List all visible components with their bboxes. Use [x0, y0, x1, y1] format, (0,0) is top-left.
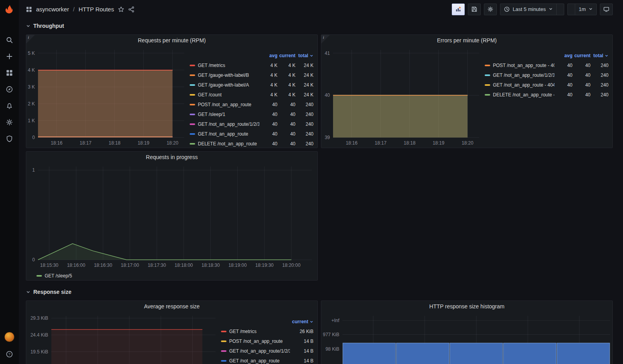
legend-series-label[interactable]: GET /metrics	[198, 63, 259, 68]
legend-row: GET /metrics4 K4 K24 K	[190, 60, 313, 70]
create-plus-icon[interactable]	[5, 52, 14, 61]
legend-series-label[interactable]: DELETE /not_an_app_route - 404	[493, 92, 554, 98]
legend-value-current: 40	[572, 72, 590, 78]
legend-sort-total[interactable]: total	[590, 53, 609, 58]
refresh-interval-label: 1m	[579, 6, 586, 12]
legend-row: POST /not_an_app_route14 B	[221, 336, 313, 346]
legend-value-current: 40	[277, 141, 295, 147]
legend-series-label[interactable]: GET /metrics	[229, 329, 290, 334]
legend-series-label[interactable]: GET /not_an_app_route	[198, 131, 259, 137]
server-admin-shield-icon[interactable]	[5, 134, 14, 143]
refresh-interval-picker[interactable]: 1m	[575, 4, 596, 15]
legend-value-avg: 40	[554, 92, 572, 98]
series-color-swatch	[485, 74, 490, 76]
breadcrumb-folder[interactable]: asyncworker	[36, 6, 69, 13]
panel-title[interactable]: Requests per minute (RPM)	[26, 35, 317, 46]
series-color-swatch	[221, 340, 226, 342]
help-icon[interactable]: ?	[5, 350, 14, 359]
legend-row: DELETE /not_an_app_route4040240	[190, 139, 313, 148]
time-series-chart[interactable]: 0118:15:3018:16:0018:16:3018:17:0018:17:…	[26, 163, 317, 270]
legend-series-label[interactable]: GET /not_an_app_route/1/2/3	[198, 121, 259, 127]
series-color-swatch	[190, 133, 195, 135]
legend-sort-total[interactable]: total	[295, 53, 313, 58]
series-color-swatch	[190, 143, 195, 145]
panel-info-icon[interactable]: i	[26, 35, 35, 43]
heatmap-chart[interactable]: +Inf977 KiB98 KiB18:1618:1718:1818:1918:…	[321, 312, 612, 364]
legend-series-label[interactable]: GET /not_an_app_route/1/2/3 - 404	[493, 72, 554, 78]
legend-value-total: 24 K	[295, 63, 313, 68]
y-tick-label: 39	[321, 135, 330, 140]
legend-series-label[interactable]: GET /sleep/1	[198, 112, 259, 117]
breadcrumb-separator: /	[73, 6, 74, 13]
panel-title[interactable]: Requests in progress	[26, 152, 317, 163]
row-toggle-throughput[interactable]: Throughput	[26, 21, 613, 31]
alerting-bell-icon[interactable]	[5, 101, 14, 110]
legend-series-label[interactable]: GET /gauge-with-label/B	[198, 72, 259, 78]
tv-mode-button[interactable]	[600, 4, 613, 15]
legend-value-total: 240	[295, 102, 313, 107]
series-color-swatch	[190, 84, 195, 86]
legend-series-label[interactable]: GET /not_an_app_route	[229, 358, 290, 364]
legend-sort-current[interactable]: current	[277, 53, 295, 58]
legend-series-label[interactable]: GET /not_an_app_route/1/2/3	[229, 348, 290, 354]
legend-sort-current[interactable]: current	[290, 319, 313, 324]
panel-title[interactable]: Average response size	[26, 301, 317, 312]
time-series-chart[interactable]: 39404118:1618:1718:1818:1918:20	[321, 46, 483, 148]
legend-sort-current[interactable]: current	[572, 53, 590, 58]
time-series-chart[interactable]: 29.3 KiB24.4 KiB19.5 KiB18:1618:1718:181…	[26, 312, 219, 364]
breadcrumb-dashboard[interactable]: HTTP Routes	[78, 6, 114, 13]
configuration-gear-icon[interactable]	[5, 118, 14, 127]
series-color-swatch	[190, 74, 195, 76]
panel-info-icon[interactable]: i	[321, 35, 330, 43]
legend-value-total: 24 K	[295, 82, 313, 88]
legend-value-current: 40	[572, 63, 590, 68]
y-tick-label: 41	[321, 51, 330, 56]
legend-series-label[interactable]: POST /not_an_app_route	[198, 102, 259, 107]
series-color-swatch	[485, 84, 490, 86]
row-toggle-response-size[interactable]: Response size	[26, 287, 613, 297]
legend-sort-avg[interactable]: avg	[554, 53, 572, 58]
explore-compass-icon[interactable]	[5, 85, 14, 94]
legend-series-label[interactable]: DELETE /not_an_app_route	[198, 141, 259, 147]
panel-title[interactable]: Errors per minute (RPM)	[321, 35, 612, 46]
legend-series-label[interactable]: POST /not_an_app_route	[229, 339, 290, 344]
dashboards-icon[interactable]	[5, 69, 14, 77]
row-title: Throughput	[33, 23, 64, 29]
monitor-icon	[603, 6, 609, 12]
dashboard-settings-button[interactable]	[484, 4, 497, 15]
x-tick-label: 18:17:30	[148, 263, 166, 268]
time-range-picker[interactable]: Last 5 minutes	[500, 4, 556, 15]
legend-sort-avg[interactable]: avg	[259, 53, 277, 58]
grafana-logo[interactable]	[0, 0, 19, 18]
panel-title[interactable]: HTTP response size histogram	[321, 301, 612, 312]
legend-row: GET /not_an_app_route4040240	[190, 129, 313, 139]
legend-value-current: 14 B	[290, 348, 313, 354]
refresh-button[interactable]	[568, 4, 575, 15]
legend-series-label[interactable]: GET /gauge-with-label/A	[198, 82, 259, 88]
series-color-swatch	[221, 360, 226, 362]
add-panel-button[interactable]	[452, 4, 465, 15]
legend-value-current: 40	[572, 92, 590, 98]
x-tick-label: 18:19:00	[228, 263, 247, 268]
series-color-swatch	[485, 94, 490, 96]
user-avatar[interactable]	[4, 332, 14, 342]
save-dashboard-button[interactable]	[468, 4, 481, 15]
legend-value-current: 40	[277, 112, 295, 117]
legend-series-label[interactable]: GET /sleep/5	[45, 273, 72, 279]
share-icon[interactable]	[128, 6, 134, 13]
search-icon[interactable]	[5, 36, 14, 44]
legend-series-label[interactable]: GET /count	[198, 92, 259, 98]
legend-series-label[interactable]: GET /not_an_app_route - 404	[493, 82, 554, 88]
legend-value-current: 4 K	[277, 63, 295, 68]
x-tick-label: 18:15:30	[40, 263, 58, 268]
star-icon[interactable]	[118, 6, 124, 13]
y-tick-label: 2 K	[26, 101, 35, 107]
y-tick-label: 0	[26, 257, 35, 263]
sidebar: ?	[0, 0, 19, 364]
x-tick-label: 18:16	[346, 140, 357, 146]
time-series-chart[interactable]: 01 K2 K3 K4 K5 K18:1618:1718:1818:1918:2…	[26, 46, 188, 148]
x-tick-label: 18:16	[51, 140, 62, 146]
apps-grid-icon[interactable]	[26, 6, 32, 13]
legend-series-label[interactable]: POST /not_an_app_route - 404	[493, 63, 554, 68]
zoom-out-time-button[interactable]	[556, 4, 564, 15]
